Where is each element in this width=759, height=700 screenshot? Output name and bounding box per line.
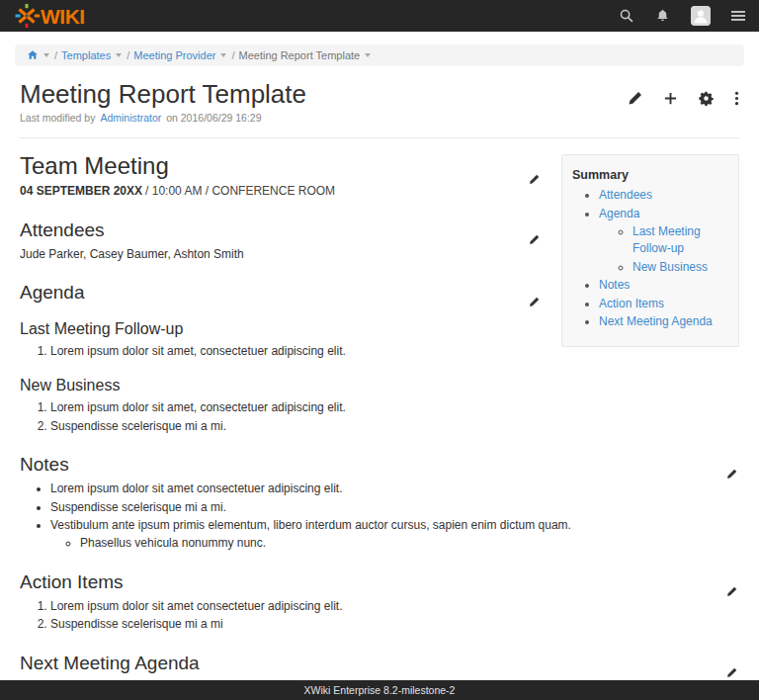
summary-link-attendees[interactable]: Attendees xyxy=(599,188,652,202)
section-heading-action-items: Action Items xyxy=(20,571,739,593)
breadcrumb-current-page: Meeting Report Template xyxy=(238,49,360,61)
search-icon[interactable] xyxy=(619,8,634,24)
page-title: Meeting Report Template xyxy=(20,81,628,108)
meeting-time-location: / 10:00 AM / CONFERENCE ROOM xyxy=(145,184,335,198)
add-icon[interactable] xyxy=(663,91,678,106)
summary-link-last-meeting-follow-up[interactable]: Last Meeting Follow-up xyxy=(632,224,701,255)
modified-by-link[interactable]: Administrator xyxy=(100,112,161,124)
breadcrumb-separator: / xyxy=(54,49,57,61)
last-modified-line: Last modified by Administrator on 2016/0… xyxy=(20,112,628,124)
document-content: Summary Attendees Agenda Last Meeting Fo… xyxy=(20,152,739,696)
summary-title: Summary xyxy=(572,168,728,182)
modified-suffix: on 2016/06/29 16:29 xyxy=(166,112,261,124)
chevron-down-icon[interactable] xyxy=(116,53,122,57)
list-item: Phasellus vehicula nonummy nunc. xyxy=(80,535,739,552)
version-footer: XWiki Enterprise 8.2-milestone-2 xyxy=(0,680,759,700)
notifications-bell-icon[interactable] xyxy=(655,8,670,24)
summary-link-action-items[interactable]: Action Items xyxy=(599,297,664,310)
gear-icon[interactable] xyxy=(699,91,714,106)
version-text: XWiki Enterprise 8.2-milestone-2 xyxy=(304,684,456,696)
edit-icon[interactable] xyxy=(628,91,642,106)
xwiki-logo-icon: WIKI xyxy=(14,3,95,29)
modified-prefix: Last modified by xyxy=(20,112,95,124)
more-options-icon[interactable] xyxy=(734,91,739,106)
user-avatar[interactable] xyxy=(691,6,711,26)
section-heading-new-business: New Business xyxy=(20,377,739,394)
list-item: Suspendisse scelerisque mi a mi. xyxy=(50,418,739,435)
section-heading-next-meeting-agenda: Next Meeting Agenda xyxy=(20,653,739,674)
list-item: Lorem ipsum dolor sit amet, consectetuer… xyxy=(50,399,739,416)
meeting-date: 04 SEPTEMBER 20XX xyxy=(20,184,142,198)
chevron-down-icon[interactable] xyxy=(43,53,49,57)
summary-link-notes[interactable]: Notes xyxy=(599,278,630,292)
summary-panel: Summary Attendees Agenda Last Meeting Fo… xyxy=(561,154,739,347)
breadcrumb: / Templates / Meeting Provider / Meeting… xyxy=(15,44,744,66)
edit-section-icon[interactable] xyxy=(726,580,737,602)
page-header: Meeting Report Template Last modified by… xyxy=(20,81,739,124)
summary-link-new-business[interactable]: New Business xyxy=(632,260,708,274)
edit-section-icon[interactable] xyxy=(529,163,540,191)
list-item: Suspendisse scelerisque mi a mi. xyxy=(50,499,739,516)
list-item: Lorem ipsum dolor sit amet consectetuer … xyxy=(50,598,739,615)
list-item: Vestibulum ante ipsum primis elementum, … xyxy=(50,517,739,553)
xwiki-logo[interactable]: WIKI xyxy=(14,3,95,29)
chevron-down-icon[interactable] xyxy=(365,53,371,57)
summary-link-next-meeting-agenda[interactable]: Next Meeting Agenda xyxy=(599,314,713,328)
edit-section-icon[interactable] xyxy=(726,463,737,484)
list-item: Lorem ipsum dolor sit amet consectetuer … xyxy=(50,481,739,497)
breadcrumb-templates[interactable]: Templates xyxy=(61,49,111,61)
page-actions xyxy=(628,81,739,124)
edit-section-icon[interactable] xyxy=(529,291,540,312)
section-heading-notes: Notes xyxy=(20,454,739,476)
top-navigation-bar: WIKI xyxy=(0,0,759,32)
header-divider xyxy=(20,137,739,138)
chevron-down-icon[interactable] xyxy=(220,53,226,57)
breadcrumb-separator: / xyxy=(231,49,234,61)
home-icon[interactable] xyxy=(27,49,39,61)
menu-icon[interactable] xyxy=(731,9,745,23)
summary-link-agenda[interactable]: Agenda xyxy=(599,207,639,220)
breadcrumb-separator: / xyxy=(126,49,129,61)
breadcrumb-meeting-provider[interactable]: Meeting Provider xyxy=(133,49,215,61)
svg-text:WIKI: WIKI xyxy=(41,5,85,28)
list-item: Suspendisse scelerisque mi a mi xyxy=(50,616,739,633)
edit-section-icon[interactable] xyxy=(529,228,540,250)
